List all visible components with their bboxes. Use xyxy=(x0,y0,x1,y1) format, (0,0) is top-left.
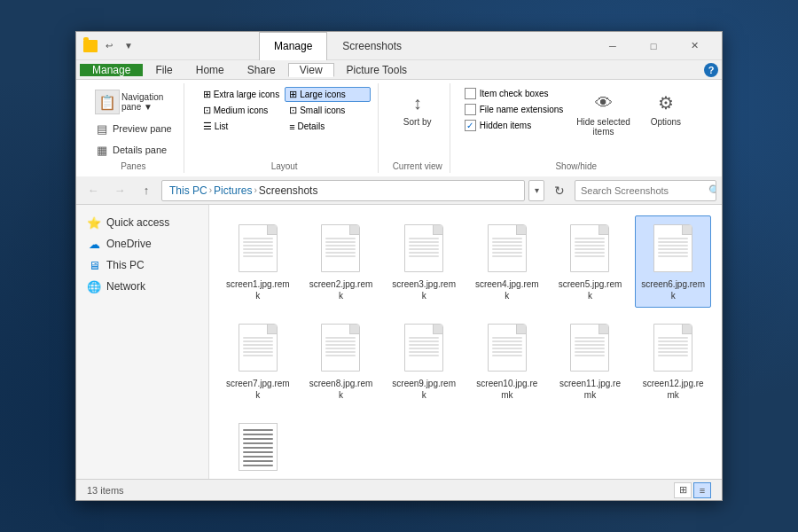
maximize-button[interactable]: □ xyxy=(633,32,674,60)
quick-access-toolbar-back[interactable]: ↩ xyxy=(101,38,117,54)
file-name-extensions-option[interactable]: File name extensions xyxy=(465,103,564,116)
onedrive-label: OneDrive xyxy=(106,238,152,250)
minimize-button[interactable]: ─ xyxy=(592,32,633,60)
list-view-button[interactable]: ≡ xyxy=(693,482,711,498)
help-button[interactable]: ? xyxy=(704,63,718,77)
file-item[interactable]: screen10.jpg.remk xyxy=(469,315,545,407)
sidebar-item-quick-access[interactable]: ⭐ Quick access xyxy=(76,212,208,233)
layout-buttons: ⊞ Extra large icons ⊞ Large icons ⊡ Medi… xyxy=(199,83,371,160)
window-controls: ─ □ ✕ xyxy=(592,32,715,60)
file-item[interactable]: _readme.txt xyxy=(220,414,296,479)
search-bar: 🔍 xyxy=(575,180,716,201)
list-button[interactable]: ☰ List xyxy=(199,119,284,134)
file-item[interactable]: screen5.jpg.remk xyxy=(552,215,629,308)
ribbon-tab-view[interactable]: View xyxy=(288,63,334,77)
details-label: Details xyxy=(298,121,325,131)
ribbon-tab-file[interactable]: File xyxy=(145,64,183,76)
tab-screenshots[interactable]: Screenshots xyxy=(327,32,417,60)
large-icons-button[interactable]: ⊞ Large icons xyxy=(285,87,370,102)
show-hide-content: Item check boxes File name extensions ✓ … xyxy=(465,83,688,160)
navigation-pane-button[interactable]: 📋 Navigation pane ▼ xyxy=(90,87,176,117)
preview-pane-button[interactable]: ▤ Preview pane xyxy=(90,119,176,138)
medium-icons-button[interactable]: ⊡ Medium icons xyxy=(199,103,284,118)
file-name: screen11.jpg.remk xyxy=(557,378,624,401)
sidebar-item-this-pc[interactable]: 🖥 This PC xyxy=(76,254,208,276)
file-name: screen5.jpg.remk xyxy=(557,278,624,301)
title-bar: ↩ ▼ Manage Screenshots ─ □ ✕ xyxy=(76,32,722,60)
breadcrumb-dropdown-button[interactable]: ▾ xyxy=(528,180,544,201)
refresh-button[interactable]: ↻ xyxy=(548,180,571,201)
file-item[interactable]: screen6.jpg.remk xyxy=(635,215,711,308)
file-icon xyxy=(648,321,698,374)
file-name: screen3.jpg.remk xyxy=(390,278,458,301)
file-item[interactable]: screen9.jpg.remk xyxy=(386,315,462,407)
file-icon xyxy=(648,222,698,275)
file-item[interactable]: screen8.jpg.remk xyxy=(303,315,379,407)
hidden-items-option[interactable]: ✓ Hidden items xyxy=(465,119,564,132)
search-input[interactable] xyxy=(575,185,708,196)
address-bar: ← → ↑ This PC › Pictures › Screenshots ▾… xyxy=(76,176,722,205)
file-icon xyxy=(399,222,449,275)
breadcrumb[interactable]: This PC › Pictures › Screenshots xyxy=(161,180,525,201)
file-item[interactable]: screen2.jpg.remk xyxy=(303,215,379,308)
small-icons-button[interactable]: ⊡ Small icons xyxy=(285,103,370,118)
layout-group-label: Layout xyxy=(271,160,298,171)
this-pc-icon: 🖥 xyxy=(87,258,101,272)
file-name-extensions-label: File name extensions xyxy=(480,105,564,114)
details-pane-icon: ▦ xyxy=(95,143,109,157)
file-icon xyxy=(233,321,283,374)
network-label: Network xyxy=(106,280,145,293)
item-check-boxes-option[interactable]: Item check boxes xyxy=(465,87,564,100)
extra-large-label: Extra large icons xyxy=(214,90,279,99)
file-item[interactable]: screen1.jpg.remk xyxy=(220,215,296,308)
file-icon xyxy=(565,321,614,374)
ribbon-tab-picture-tools[interactable]: Picture Tools xyxy=(336,64,418,76)
list-icon: ☰ xyxy=(203,121,212,132)
large-icon: ⊞ xyxy=(289,89,297,100)
ribbon-tab-share[interactable]: Share xyxy=(237,64,286,76)
sort-by-button[interactable]: ↕ Sort by xyxy=(395,87,440,130)
ribbon-group-panes: 📋 Navigation pane ▼ ▤ Preview pane ▦ Det… xyxy=(83,83,184,173)
close-button[interactable]: ✕ xyxy=(674,32,715,60)
details-button[interactable]: ≡ Details xyxy=(285,119,370,134)
extra-large-icons-button[interactable]: ⊞ Extra large icons xyxy=(199,87,284,102)
hide-selected-label: Hide selecteditems xyxy=(576,117,630,137)
file-item[interactable]: screen12.jpg.remk xyxy=(635,315,711,407)
file-item[interactable]: screen4.jpg.remk xyxy=(469,215,545,308)
file-icon xyxy=(482,222,532,275)
hide-selected-button[interactable]: 👁 Hide selecteditems xyxy=(570,87,637,140)
quick-access-toolbar-dropdown[interactable]: ▼ xyxy=(121,38,137,54)
grid-view-button[interactable]: ⊞ xyxy=(674,482,692,498)
up-button[interactable]: ↑ xyxy=(135,180,158,201)
sidebar-item-network[interactable]: 🌐 Network xyxy=(76,276,208,297)
file-icon xyxy=(316,222,365,275)
file-item[interactable]: screen3.jpg.remk xyxy=(386,215,462,308)
panes-buttons: 📋 Navigation pane ▼ ▤ Preview pane ▦ Det… xyxy=(90,83,176,160)
ribbon-tab-home[interactable]: Home xyxy=(185,64,235,76)
sidebar-item-onedrive[interactable]: ☁ OneDrive xyxy=(76,233,208,254)
list-label: List xyxy=(215,121,229,131)
show-hide-group-label: Show/hide xyxy=(555,160,597,171)
options-label: Options xyxy=(651,117,681,127)
breadcrumb-sep-2: › xyxy=(254,185,256,195)
ribbon-group-layout: ⊞ Extra large icons ⊞ Large icons ⊡ Medi… xyxy=(192,83,379,173)
file-item[interactable]: screen7.jpg.remk xyxy=(220,315,296,407)
options-button[interactable]: ⚙ Options xyxy=(644,87,688,130)
ribbon-content: 📋 Navigation pane ▼ ▤ Preview pane ▦ Det… xyxy=(76,80,722,176)
ribbon-tab-manage[interactable]: Manage xyxy=(80,64,143,76)
tab-manage[interactable]: Manage xyxy=(259,32,327,60)
search-icon[interactable]: 🔍 xyxy=(708,184,716,197)
details-pane-label: Details pane xyxy=(113,145,167,155)
file-item[interactable]: screen11.jpg.remk xyxy=(552,315,629,407)
details-pane-button[interactable]: ▦ Details pane xyxy=(90,140,176,160)
breadcrumb-this-pc[interactable]: This PC xyxy=(169,184,207,197)
this-pc-label: This PC xyxy=(106,259,145,271)
breadcrumb-pictures[interactable]: Pictures xyxy=(214,184,252,197)
file-name: screen10.jpg.remk xyxy=(473,378,541,401)
quick-access-label: Quick access xyxy=(106,216,169,229)
network-icon: 🌐 xyxy=(87,279,101,293)
forward-button[interactable]: → xyxy=(108,180,131,201)
small-icon: ⊡ xyxy=(289,105,297,116)
status-bar: 13 items ⊞ ≡ xyxy=(76,479,722,500)
back-button[interactable]: ← xyxy=(82,180,105,201)
